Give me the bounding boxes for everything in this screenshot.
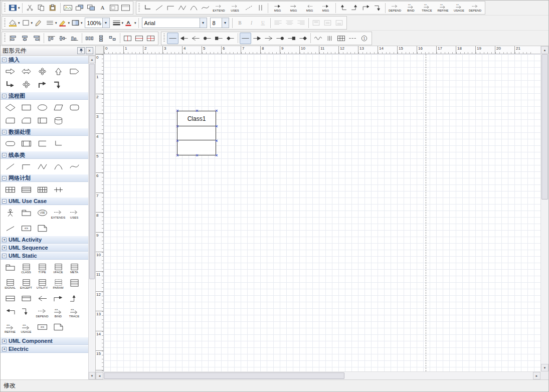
- shape-arrow-quad[interactable]: [35, 65, 50, 77]
- scroll-up-icon[interactable]: ▲: [541, 46, 548, 54]
- corner-arrow-right-tool[interactable]: [349, 2, 360, 14]
- underline-button[interactable]: U: [257, 17, 269, 29]
- scroll-left-icon[interactable]: ◄: [96, 372, 103, 379]
- copy-button[interactable]: [36, 2, 47, 14]
- uml-elbow-arrow-1[interactable]: [51, 292, 66, 304]
- align-text-right-button[interactable]: [295, 17, 307, 29]
- bind-link-tool[interactable]: «»BIND: [403, 2, 419, 14]
- uml-bind[interactable]: «»BIND: [51, 305, 66, 320]
- shape-arrow-pentagon[interactable]: [67, 65, 82, 77]
- font-size-combo[interactable]: 8▾: [210, 18, 229, 28]
- shadow-color-button[interactable]: ▾: [70, 17, 83, 29]
- panel-scrollbar[interactable]: ▲ ▼: [88, 56, 95, 379]
- toolbar-grip[interactable]: [4, 19, 6, 28]
- uml-signal[interactable]: SIGNAL: [3, 277, 18, 291]
- depend2-link-tool[interactable]: DEPEND: [467, 2, 483, 14]
- selection-handle[interactable]: ×: [215, 153, 219, 158]
- collapse-icon[interactable]: −: [2, 254, 7, 258]
- selection-handle[interactable]: ×: [215, 139, 219, 143]
- center-h-button[interactable]: [122, 33, 133, 44]
- valign-top-button[interactable]: [310, 17, 322, 29]
- bold-button[interactable]: B: [234, 17, 246, 29]
- scroll-up-icon[interactable]: ▲: [89, 56, 95, 63]
- msg-async-tool[interactable]: MSG: [318, 2, 334, 14]
- uml-stereotype-2[interactable]: «»: [35, 321, 50, 333]
- dropdown-arrow-icon[interactable]: ▾: [18, 21, 20, 25]
- expand-icon[interactable]: +: [2, 347, 7, 351]
- grid-toggle-button[interactable]: [335, 33, 347, 44]
- selection-handle[interactable]: ×: [175, 124, 179, 129]
- shape-ellipse[interactable]: [35, 101, 50, 113]
- shape-arrow-corner-2[interactable]: [35, 78, 50, 90]
- end-open-arrow-button[interactable]: [263, 33, 274, 44]
- collapse-icon[interactable]: −: [2, 58, 7, 62]
- uml-item-box[interactable]: [19, 292, 34, 304]
- dropdown-arrow-icon[interactable]: ▾: [102, 18, 109, 28]
- shape-arrow-up[interactable]: [51, 65, 66, 77]
- toolbar-grip[interactable]: [4, 4, 6, 13]
- shape-card[interactable]: [19, 114, 34, 126]
- uml-elbow-arrow-4[interactable]: [19, 305, 34, 317]
- end-diamond-button[interactable]: [297, 33, 309, 44]
- uml-class[interactable]: CLASS: [19, 261, 34, 276]
- shape-fill-button[interactable]: ▾: [21, 17, 34, 29]
- collapse-icon[interactable]: −: [2, 153, 7, 157]
- dropdown-arrow-icon[interactable]: ▾: [81, 21, 83, 25]
- dropdown-arrow-icon[interactable]: ▾: [18, 6, 20, 10]
- collapse-icon[interactable]: −: [2, 130, 7, 134]
- uml-note[interactable]: [35, 222, 50, 234]
- insert-text-button[interactable]: A: [97, 2, 108, 14]
- zigzag-tool[interactable]: [176, 2, 188, 14]
- shape-double-rect[interactable]: [19, 137, 34, 149]
- dropdown-arrow-icon[interactable]: ▾: [122, 21, 124, 25]
- selection-handle[interactable]: ×: [175, 139, 179, 143]
- toolbar-grip[interactable]: [4, 34, 6, 43]
- uml-extends[interactable]: EXTENDS: [51, 207, 66, 221]
- dropdown-arrow-icon[interactable]: ▾: [68, 21, 70, 25]
- net-table-cols[interactable]: [35, 183, 50, 195]
- distribute-v-button[interactable]: [95, 33, 107, 44]
- vertical-scroll-thumb[interactable]: [541, 54, 548, 200]
- refine-link-tool[interactable]: «»REFINE: [435, 2, 451, 14]
- send-to-back-button[interactable]: [85, 2, 97, 14]
- parallel-lines-button[interactable]: [324, 33, 335, 44]
- collapse-icon[interactable]: −: [2, 176, 7, 180]
- curve-tool[interactable]: [200, 2, 211, 14]
- cut-button[interactable]: [24, 2, 36, 14]
- panel-scroll-thumb[interactable]: [89, 64, 95, 279]
- uml-usecase[interactable]: USE: [35, 207, 50, 219]
- section-header-uml-activity[interactable]: +UML Activity: [1, 236, 88, 244]
- end-solid-arrow-button[interactable]: [251, 33, 263, 44]
- collapse-icon[interactable]: −: [2, 199, 7, 204]
- uml-class-shape[interactable]: Class1 ××××××××××: [177, 111, 216, 155]
- expand-icon[interactable]: +: [2, 246, 7, 250]
- insert-container-button[interactable]: [120, 2, 131, 14]
- end-none-button[interactable]: [240, 33, 251, 44]
- align-text-left-button[interactable]: [272, 17, 284, 29]
- start-diamond-button[interactable]: [225, 33, 236, 44]
- bring-to-front-button[interactable]: [74, 2, 85, 14]
- dropdown-arrow-icon[interactable]: ▾: [222, 18, 229, 28]
- start-none-button[interactable]: [167, 33, 178, 44]
- selection-handle[interactable]: ×: [215, 109, 219, 113]
- align-top-button[interactable]: [46, 33, 57, 44]
- corner-arrow-left-tool[interactable]: [337, 2, 349, 14]
- uml-interface[interactable]: I/FACE: [51, 261, 66, 276]
- save-button[interactable]: ▾: [8, 2, 21, 14]
- shape-arrow-right[interactable]: [3, 65, 18, 77]
- align-left-button[interactable]: [8, 33, 19, 44]
- format-painter-button[interactable]: [33, 17, 45, 29]
- net-crossbar[interactable]: [51, 183, 66, 195]
- uml-package-2[interactable]: [3, 261, 18, 273]
- start-square-button[interactable]: [213, 33, 225, 44]
- section-header-uml-static[interactable]: −UML Static: [1, 252, 88, 260]
- horizontal-scrollbar[interactable]: ◄ ►: [96, 371, 540, 379]
- uml-refine[interactable]: «»REFINE: [3, 321, 18, 335]
- align-text-center-button[interactable]: [284, 17, 295, 29]
- corner-arrow-up-tool[interactable]: [360, 2, 372, 14]
- italic-button[interactable]: I: [246, 17, 257, 29]
- shape-open-rect[interactable]: [35, 137, 50, 149]
- section-header-electric[interactable]: +Electric: [1, 345, 88, 353]
- shape-arrow-quad-2[interactable]: [19, 78, 34, 90]
- align-middle-button[interactable]: [57, 33, 69, 44]
